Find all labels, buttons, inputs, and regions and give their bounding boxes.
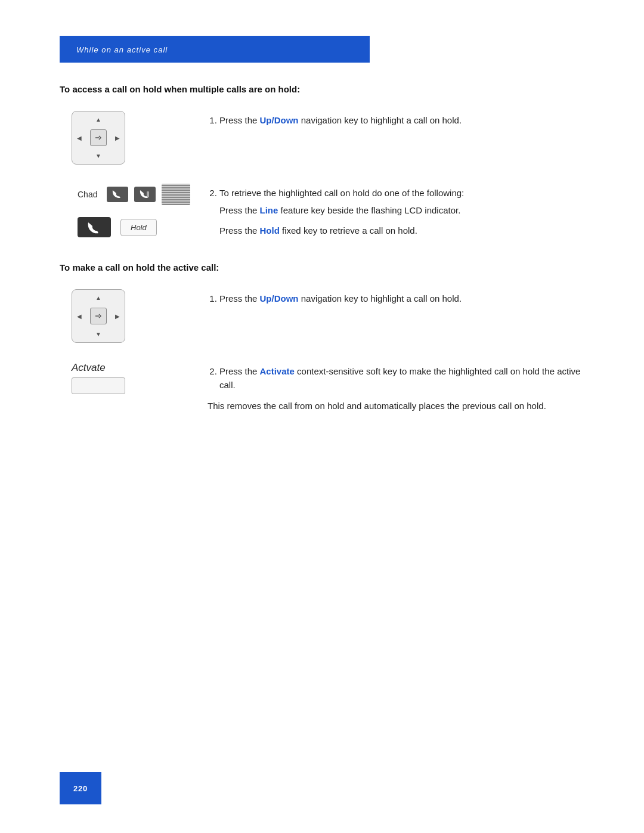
- navigation-key-1: ▲ ▼ ◀ ▶: [72, 111, 125, 165]
- header-banner-text: While on an active call: [76, 45, 168, 54]
- activate-button: [72, 377, 125, 394]
- arrow-up-icon: ▲: [95, 116, 101, 123]
- sub1-suffix: feature key beside the flashing LCD indi…: [278, 205, 460, 215]
- step2-intro: To retrieve the highlighted call on hold…: [219, 186, 584, 200]
- chad-label: Chad: [78, 190, 97, 199]
- nav-key-image-2: ▲ ▼ ◀ ▶: [60, 289, 191, 343]
- s2-step1-suffix: navigation key to highlight a call on ho…: [299, 293, 462, 304]
- sub2-prefix: Press the: [219, 225, 260, 236]
- sub1-prefix: Press the: [219, 205, 260, 215]
- sub2-suffix: fixed key to retrieve a call on hold.: [280, 225, 417, 236]
- section2-heading: To make a call on hold the active call:: [60, 262, 584, 272]
- sub1-line: Line: [260, 205, 278, 215]
- arrow-right-icon: ▶: [115, 135, 120, 141]
- activate-container: Actvate: [72, 362, 125, 394]
- step1-updown: Up/Down: [260, 115, 299, 125]
- svg-rect-0: [147, 191, 149, 197]
- header-banner: While on an active call: [60, 36, 370, 63]
- page-number: 220: [73, 784, 88, 793]
- handset-svg-3: [85, 221, 103, 234]
- phone-buttons-image: Chad: [60, 184, 191, 237]
- nav-center-button-2: [90, 308, 107, 324]
- s2-step2-activate: Activate: [260, 366, 295, 376]
- page-number-box: 220: [60, 772, 101, 804]
- sub-instruction-line: Press the Line feature key beside the fl…: [219, 203, 584, 217]
- page-container: While on an active call To access a call…: [0, 0, 644, 833]
- phone-icon-2: [134, 187, 156, 202]
- arrow-down-icon-2: ▼: [95, 331, 101, 337]
- activate-key-image: Actvate: [60, 362, 191, 394]
- s2-step1-prefix: Press the: [219, 293, 260, 304]
- enter-icon-2: [94, 313, 103, 319]
- section2-step2-row: Actvate Press the Activate context-sensi…: [60, 362, 584, 417]
- handset-svg-1: [111, 189, 124, 200]
- step1-text-suffix: navigation key to highlight a call on ho…: [299, 115, 462, 125]
- s2-step1-updown: Up/Down: [260, 293, 299, 304]
- enter-icon: [94, 135, 103, 141]
- arrow-down-icon: ▼: [95, 153, 101, 159]
- step1-text-prefix: Press the: [219, 115, 260, 125]
- activate-label: Actvate: [72, 362, 106, 374]
- chad-buttons-row: Chad: [78, 184, 190, 205]
- nav-key-image-1: ▲ ▼ ◀ ▶: [60, 111, 191, 165]
- section2-step1-text: Press the Up/Down navigation key to high…: [191, 289, 584, 310]
- section2-step2-text: Press the Activate context-sensitive sof…: [191, 362, 584, 417]
- s2-step2-prefix: Press the: [219, 366, 260, 376]
- section1-step2-text: To retrieve the highlighted call on hold…: [191, 184, 584, 243]
- navigation-key-2: ▲ ▼ ◀ ▶: [72, 289, 125, 343]
- section2-step1-row: ▲ ▼ ◀ ▶ Press the Up/Down navigation key…: [60, 289, 584, 343]
- section1-step1-row: ▲ ▼ ◀ ▶ Press the Up/Down navigation key…: [60, 111, 584, 165]
- hold-row: Hold: [78, 217, 190, 237]
- section2: To make a call on hold the active call: …: [60, 262, 584, 417]
- pixel-icon: [162, 184, 190, 205]
- section1-heading: To access a call on hold when multiple c…: [60, 84, 584, 94]
- sub-instruction-hold: Press the Hold fixed key to retrieve a c…: [219, 224, 584, 237]
- small-phone-icon: [78, 217, 111, 237]
- arrow-left-icon: ◀: [77, 135, 82, 141]
- handset-svg-2: [138, 189, 151, 200]
- sub2-hold: Hold: [260, 225, 280, 236]
- section1-step2-row: Chad: [60, 184, 584, 243]
- hold-button: Hold: [120, 219, 157, 236]
- s2-step2-note: This removes the call from on hold and a…: [208, 399, 584, 413]
- arrow-right-icon-2: ▶: [115, 312, 120, 319]
- phone-icon-1: [107, 187, 128, 202]
- nav-center-button: [90, 129, 107, 146]
- section1-step1-text: Press the Up/Down navigation key to high…: [191, 111, 584, 132]
- arrow-up-icon-2: ▲: [95, 295, 101, 301]
- arrow-left-icon-2: ◀: [77, 312, 82, 319]
